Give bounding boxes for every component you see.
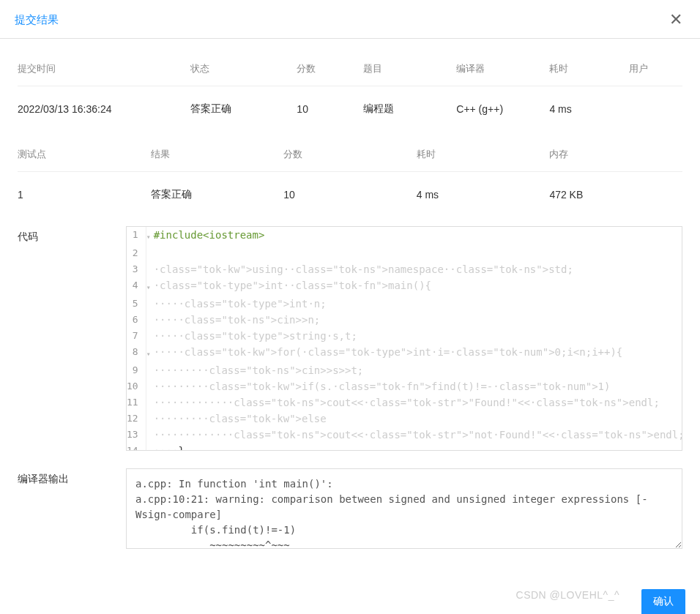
cell-result: 答案正确 xyxy=(151,172,284,218)
test-table: 测试点 结果 分数 耗时 内存 1 答案正确 10 4 ms 472 KB xyxy=(18,138,682,217)
line-number: 10 xyxy=(127,378,146,394)
line-number: 8 xyxy=(127,344,146,362)
col-compiler: 编译器 xyxy=(456,52,549,86)
line-number: 11 xyxy=(127,394,146,411)
col-memory: 内存 xyxy=(549,138,682,172)
cell-user xyxy=(629,86,682,132)
cell-testpoint: 1 xyxy=(18,172,151,218)
line-number: 9 xyxy=(127,362,146,378)
code-label: 代码 xyxy=(18,226,126,451)
line-number: 3 xyxy=(127,261,146,277)
code-line[interactable]: ·········class="tok-ns">cin>>s>>t; xyxy=(151,362,682,378)
col-score: 分数 xyxy=(297,52,363,86)
code-line[interactable]: ·····class="tok-type">string·s,t; xyxy=(151,328,682,344)
code-editor[interactable]: 1▾#include<iostream>23·class="tok-kw">us… xyxy=(126,226,682,451)
col-time: 提交时间 xyxy=(18,52,190,86)
cell-status: 答案正确 xyxy=(190,86,297,132)
watermark-text: CSDN @LOVEHL^_^ xyxy=(516,589,619,601)
fold-gutter[interactable]: ▾ xyxy=(146,344,151,362)
col-problem: 题目 xyxy=(363,52,456,86)
table-row: 1 答案正确 10 4 ms 472 KB xyxy=(18,172,682,218)
dialog-title: 提交结果 xyxy=(15,13,59,27)
code-line[interactable]: ·class="tok-kw">using··class="tok-ns">na… xyxy=(151,261,682,277)
code-line[interactable]: ·····class="tok-type">int·n; xyxy=(151,296,682,312)
cell-elapsed: 4 ms xyxy=(549,86,629,132)
code-line[interactable]: ·········class="tok-kw">else xyxy=(151,411,682,427)
code-line[interactable] xyxy=(151,245,682,261)
cell-score: 10 xyxy=(297,86,363,132)
cell-compiler: C++ (g++) xyxy=(456,86,549,132)
line-number: 14 xyxy=(127,443,146,450)
close-icon: ✕ xyxy=(669,10,682,29)
line-number: 2 xyxy=(127,245,146,261)
code-line[interactable]: ·········class="tok-kw">if(s.·class="tok… xyxy=(151,378,682,394)
code-scroll[interactable]: 1▾#include<iostream>23·class="tok-kw">us… xyxy=(127,227,682,450)
col-result: 结果 xyxy=(151,138,284,172)
line-number: 1 xyxy=(127,227,146,245)
compiler-section: 编译器输出 a.cpp: In function 'int main()': a… xyxy=(18,468,682,549)
line-number: 4 xyxy=(127,277,146,296)
col-telapsed: 耗时 xyxy=(417,138,550,172)
code-line[interactable]: ·····class="tok-ns">cin>>n; xyxy=(151,312,682,328)
cell-memory: 472 KB xyxy=(549,172,682,218)
col-user: 用户 xyxy=(629,52,682,86)
submission-table: 提交时间 状态 分数 题目 编译器 耗时 用户 2022/03/13 16:36… xyxy=(18,52,682,132)
line-number: 5 xyxy=(127,296,146,312)
col-elapsed: 耗时 xyxy=(549,52,629,86)
fold-gutter[interactable]: ▾ xyxy=(146,227,151,245)
fold-gutter[interactable]: ▾ xyxy=(146,277,151,296)
close-button[interactable]: ✕ xyxy=(669,12,682,28)
col-status: 状态 xyxy=(190,52,297,86)
line-number: 7 xyxy=(127,328,146,344)
compiler-label: 编译器输出 xyxy=(18,468,126,549)
table-row: 2022/03/13 16:36:24 答案正确 10 编程题 C++ (g++… xyxy=(18,86,682,132)
cell-time: 2022/03/13 16:36:24 xyxy=(18,86,190,132)
code-line[interactable]: #include<iostream> xyxy=(151,227,682,245)
col-testpoint: 测试点 xyxy=(18,138,151,172)
line-number: 12 xyxy=(127,411,146,427)
confirm-button[interactable]: 确认 xyxy=(641,589,685,614)
code-line[interactable]: ·····class="tok-kw">for(·class="tok-type… xyxy=(151,344,682,362)
submission-section: 提交时间 状态 分数 题目 编译器 耗时 用户 2022/03/13 16:36… xyxy=(0,52,700,549)
col-tscore: 分数 xyxy=(283,138,417,172)
code-line[interactable]: ····} xyxy=(151,443,682,450)
code-line[interactable]: ·············class="tok-ns">cout<<·class… xyxy=(151,394,682,411)
cell-tscore: 10 xyxy=(283,172,417,218)
code-section: 代码 1▾#include<iostream>23·class="tok-kw"… xyxy=(18,226,682,451)
compiler-output-box[interactable]: a.cpp: In function 'int main()': a.cpp:1… xyxy=(126,468,682,549)
dialog-footer: 确认 xyxy=(641,589,700,614)
line-number: 13 xyxy=(127,427,146,443)
dialog-header: 提交结果 ✕ xyxy=(0,0,700,39)
line-number: 6 xyxy=(127,312,146,328)
cell-problem: 编程题 xyxy=(363,86,456,132)
code-line[interactable]: ·class="tok-type">int··class="tok-fn">ma… xyxy=(151,277,682,296)
cell-telapsed: 4 ms xyxy=(417,172,550,218)
code-line[interactable]: ·············class="tok-ns">cout<<·class… xyxy=(151,427,682,443)
